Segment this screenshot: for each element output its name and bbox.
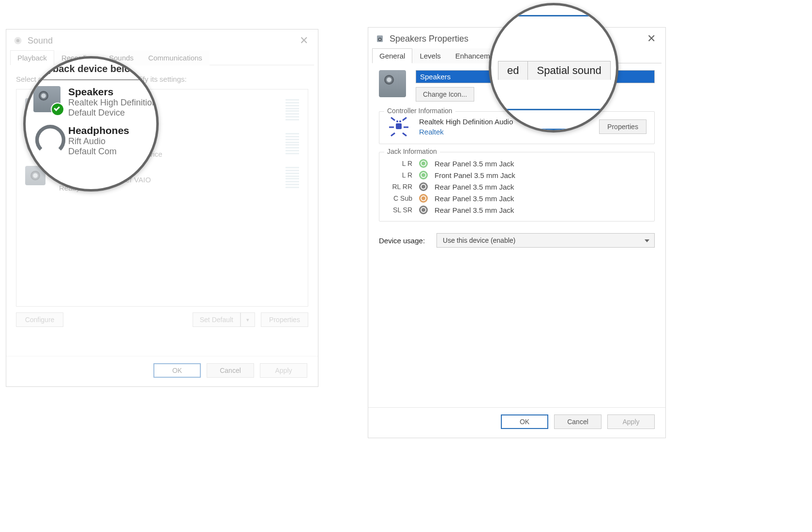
device-usage-label: Device usage:: [379, 236, 425, 245]
speaker-icon: [375, 34, 385, 44]
svg-point-7: [399, 120, 401, 122]
configure-button[interactable]: Configure: [16, 312, 63, 327]
change-icon-button[interactable]: Change Icon...: [416, 87, 474, 102]
sound-title: Sound: [28, 36, 53, 46]
magnified-device-driver: Rift Audio: [68, 136, 129, 147]
properties-title: Speakers Properties: [390, 34, 468, 44]
svg-point-6: [396, 120, 398, 122]
tab-levels[interactable]: Levels: [412, 48, 448, 63]
magnified-tab-advanced-partial: ed: [498, 61, 528, 80]
magnified-device-name: Headphones: [68, 125, 129, 136]
jack-row: L RFront Panel 3.5 mm Jack: [387, 171, 647, 179]
svg-rect-5: [396, 123, 402, 129]
tab-playback[interactable]: Playback: [10, 50, 54, 65]
jack-row: SL SRRear Panel 3.5 mm Jack: [387, 206, 647, 214]
magnified-device-driver: Realtek High Definition Audio: [68, 98, 159, 108]
jack-dot-icon: [419, 206, 428, 214]
jack-info-group: Jack Information L RRear Panel 3.5 mm Ja…: [379, 152, 655, 222]
jack-dot-icon: [419, 182, 428, 191]
set-default-caret[interactable]: ▾: [241, 312, 255, 327]
controller-legend: Controller Information: [384, 107, 455, 115]
controller-properties-button[interactable]: Properties: [599, 119, 647, 134]
apply-button[interactable]: Apply: [607, 414, 655, 429]
jack-dot-icon: [419, 159, 428, 168]
vu-meter-icon: [286, 166, 299, 189]
jack-row: RL RRRear Panel 3.5 mm Jack: [387, 182, 647, 191]
speaker-large-icon: [379, 70, 406, 97]
jack-row: L RRear Panel 3.5 mm Jack: [387, 159, 647, 168]
set-default-button[interactable]: Set Default: [193, 312, 241, 327]
properties-button[interactable]: Properties: [261, 312, 308, 327]
vu-meter-icon: [286, 132, 299, 155]
ok-button[interactable]: OK: [153, 363, 201, 378]
sound-tabs: Playback Recording Sounds Communications: [10, 50, 314, 65]
svg-point-4: [379, 39, 381, 40]
close-icon[interactable]: ✕: [297, 34, 311, 47]
jack-row: C SubRear Panel 3.5 mm Jack: [387, 194, 647, 203]
magnified-device-status: Default Device: [68, 108, 159, 118]
apply-button[interactable]: Apply: [260, 363, 307, 378]
vu-meter-icon: [286, 98, 299, 121]
realtek-crab-icon: [387, 117, 410, 137]
svg-point-1: [16, 39, 20, 43]
jack-legend: Jack Information: [384, 148, 440, 155]
magnified-tab-spatial-sound: Spatial sound: [527, 61, 610, 80]
sound-icon: [13, 36, 23, 45]
device-usage-select[interactable]: Use this device (enable): [436, 233, 655, 248]
tab-communications[interactable]: Communications: [141, 50, 210, 65]
magnified-device-name: Speakers: [68, 86, 159, 98]
magnifier-lens: ed Spatial sound: [489, 3, 618, 133]
jack-dot-icon: [419, 194, 428, 203]
tab-general[interactable]: General: [372, 48, 412, 63]
magnifier-lens: playback device belo Speakers Realtek Hi…: [23, 56, 159, 192]
close-icon[interactable]: ✕: [644, 32, 659, 45]
cancel-button[interactable]: Cancel: [207, 363, 254, 378]
jack-dot-icon: [419, 171, 428, 179]
cancel-button[interactable]: Cancel: [554, 414, 601, 429]
ok-button[interactable]: OK: [501, 414, 548, 429]
